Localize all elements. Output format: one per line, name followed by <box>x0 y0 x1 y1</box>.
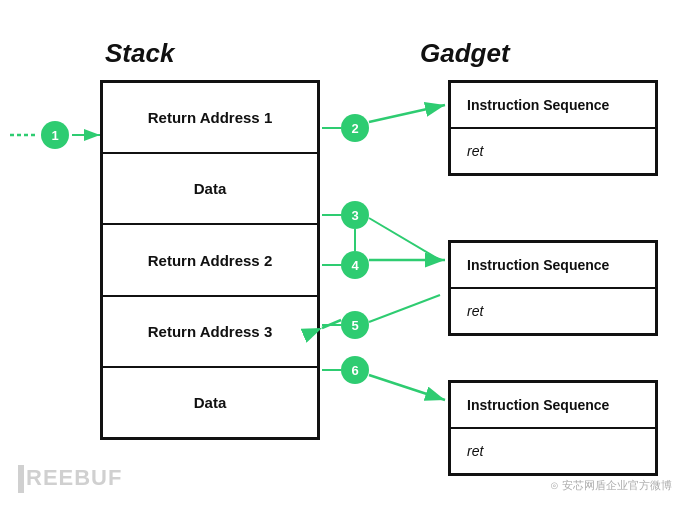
stack-cell-0: Return Address 1 <box>103 83 317 154</box>
svg-text:1: 1 <box>51 128 58 143</box>
svg-text:5: 5 <box>351 318 358 333</box>
gadget-3-ret: ret <box>451 429 655 473</box>
gadget-box-3: Instruction Sequence ret <box>448 380 658 476</box>
svg-line-21 <box>322 320 341 328</box>
svg-point-23 <box>341 356 369 384</box>
svg-point-7 <box>341 114 369 142</box>
freebuf-logo: REEBUF <box>18 465 122 493</box>
watermark: REEBUF <box>18 465 122 493</box>
svg-line-26 <box>369 218 440 260</box>
svg-line-9 <box>369 105 445 122</box>
stack-cell-2: Return Address 2 <box>103 225 317 296</box>
weibo-text: ⊙ 安芯网盾企业官方微博 <box>550 478 672 493</box>
diagram-container: Stack Gadget Return Address 1 Data Retur… <box>0 0 690 511</box>
svg-line-25 <box>369 375 445 400</box>
stack-title: Stack <box>105 38 174 69</box>
svg-point-19 <box>341 311 369 339</box>
svg-point-4 <box>41 121 69 149</box>
svg-text:2: 2 <box>351 121 358 136</box>
svg-text:3: 3 <box>351 208 358 223</box>
gadget-1-seq: Instruction Sequence <box>451 83 655 129</box>
stack-cell-3: Return Address 3 <box>103 297 317 368</box>
gadget-box-1: Instruction Sequence ret <box>448 80 658 176</box>
gadget-2-ret: ret <box>451 289 655 333</box>
stack-cell-1: Data <box>103 154 317 225</box>
gadget-1-ret: ret <box>451 129 655 173</box>
svg-text:4: 4 <box>351 258 359 273</box>
gadget-title: Gadget <box>420 38 510 69</box>
svg-point-11 <box>341 201 369 229</box>
gadget-3-seq: Instruction Sequence <box>451 383 655 429</box>
stack-cell-4: Data <box>103 368 317 437</box>
stack-box: Return Address 1 Data Return Address 2 R… <box>100 80 320 440</box>
gadget-2-seq: Instruction Sequence <box>451 243 655 289</box>
svg-line-27 <box>369 295 440 322</box>
svg-text:6: 6 <box>351 363 358 378</box>
gadget-box-2: Instruction Sequence ret <box>448 240 658 336</box>
svg-point-15 <box>341 251 369 279</box>
